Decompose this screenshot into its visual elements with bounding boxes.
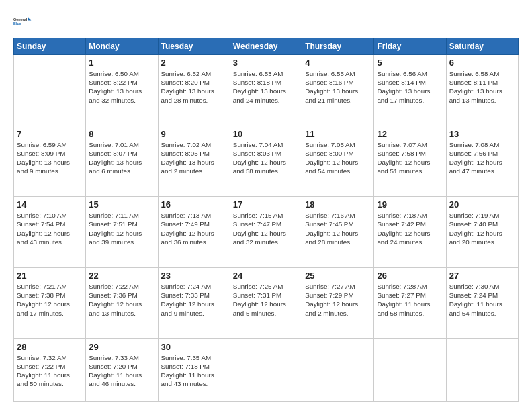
day-number: 22: [89, 271, 154, 281]
day-number: 26: [377, 271, 443, 281]
cell-info: Sunrise: 7:33 AMSunset: 7:20 PMDaylight:…: [89, 353, 154, 389]
cell-info: Sunrise: 7:08 AMSunset: 7:56 PMDaylight:…: [449, 140, 515, 176]
day-number: 20: [449, 199, 515, 210]
calendar-cell: [446, 338, 518, 402]
day-number: 28: [17, 342, 83, 352]
day-number: 14: [17, 199, 83, 210]
calendar-cell: 17Sunrise: 7:15 AMSunset: 7:47 PMDayligh…: [230, 197, 302, 268]
cell-info: Sunrise: 7:02 AMSunset: 8:05 PMDaylight:…: [161, 140, 227, 176]
calendar-cell: 29Sunrise: 7:33 AMSunset: 7:20 PMDayligh…: [86, 338, 158, 402]
day-number: 2: [161, 58, 227, 68]
day-number: 21: [17, 271, 83, 281]
calendar-cell: 6Sunrise: 6:58 AMSunset: 8:11 PMDaylight…: [446, 55, 518, 126]
calendar-cell: 12Sunrise: 7:07 AMSunset: 7:58 PMDayligh…: [374, 126, 446, 197]
calendar-cell: 26Sunrise: 7:28 AMSunset: 7:27 PMDayligh…: [374, 267, 446, 338]
svg-text:Blue: Blue: [13, 21, 21, 26]
calendar-cell: 4Sunrise: 6:55 AMSunset: 8:16 PMDaylight…: [302, 55, 374, 126]
calendar-cell: 20Sunrise: 7:19 AMSunset: 7:40 PMDayligh…: [446, 197, 518, 268]
calendar-cell: 2Sunrise: 6:52 AMSunset: 8:20 PMDaylight…: [158, 55, 230, 126]
cell-info: Sunrise: 7:19 AMSunset: 7:40 PMDaylight:…: [449, 211, 515, 246]
day-number: 19: [377, 199, 443, 210]
calendar-cell: 25Sunrise: 7:27 AMSunset: 7:29 PMDayligh…: [302, 267, 374, 338]
calendar-cell: 13Sunrise: 7:08 AMSunset: 7:56 PMDayligh…: [446, 126, 518, 197]
cell-info: Sunrise: 7:21 AMSunset: 7:38 PMDaylight:…: [17, 282, 83, 318]
day-number: 8: [89, 129, 154, 139]
week-row-2: 7Sunrise: 6:59 AMSunset: 8:09 PMDaylight…: [14, 126, 519, 197]
day-number: 25: [305, 271, 371, 281]
calendar-cell: [374, 338, 446, 402]
cell-info: Sunrise: 6:58 AMSunset: 8:11 PMDaylight:…: [449, 69, 515, 105]
day-number: 11: [305, 129, 371, 139]
cell-info: Sunrise: 6:53 AMSunset: 8:18 PMDaylight:…: [233, 69, 299, 105]
cell-info: Sunrise: 7:07 AMSunset: 7:58 PMDaylight:…: [377, 140, 443, 176]
week-row-5: 28Sunrise: 7:32 AMSunset: 7:22 PMDayligh…: [14, 338, 519, 402]
cell-info: Sunrise: 6:56 AMSunset: 8:14 PMDaylight:…: [377, 69, 443, 105]
day-number: 10: [233, 129, 299, 139]
day-number: 15: [89, 199, 154, 210]
cell-info: Sunrise: 7:22 AMSunset: 7:36 PMDaylight:…: [89, 282, 154, 318]
svg-text:General: General: [13, 17, 28, 21]
calendar-cell: 23Sunrise: 7:24 AMSunset: 7:33 PMDayligh…: [158, 267, 230, 338]
calendar-cell: 30Sunrise: 7:35 AMSunset: 7:18 PMDayligh…: [158, 338, 230, 402]
day-number: 4: [305, 58, 371, 68]
calendar-table: SundayMondayTuesdayWednesdayThursdayFrid…: [13, 38, 519, 402]
day-number: 16: [161, 199, 227, 210]
cell-info: Sunrise: 7:30 AMSunset: 7:24 PMDaylight:…: [449, 282, 515, 318]
cell-info: Sunrise: 7:01 AMSunset: 8:07 PMDaylight:…: [89, 140, 154, 176]
cell-info: Sunrise: 7:32 AMSunset: 7:22 PMDaylight:…: [17, 353, 83, 389]
day-number: 1: [89, 58, 154, 68]
week-row-1: 1Sunrise: 6:50 AMSunset: 8:22 PMDaylight…: [14, 55, 519, 126]
cell-info: Sunrise: 7:04 AMSunset: 8:03 PMDaylight:…: [233, 140, 299, 176]
calendar-cell: 18Sunrise: 7:16 AMSunset: 7:45 PMDayligh…: [302, 197, 374, 268]
weekday-header-sunday: Sunday: [14, 38, 86, 55]
cell-info: Sunrise: 7:10 AMSunset: 7:54 PMDaylight:…: [17, 211, 83, 246]
cell-info: Sunrise: 7:05 AMSunset: 8:00 PMDaylight:…: [305, 140, 371, 176]
calendar-cell: 22Sunrise: 7:22 AMSunset: 7:36 PMDayligh…: [86, 267, 158, 338]
logo: GeneralBlue: [13, 12, 32, 31]
day-number: 24: [233, 271, 299, 281]
week-row-4: 21Sunrise: 7:21 AMSunset: 7:38 PMDayligh…: [14, 267, 519, 338]
cell-info: Sunrise: 7:35 AMSunset: 7:18 PMDaylight:…: [161, 353, 227, 389]
weekday-header-tuesday: Tuesday: [158, 38, 230, 55]
calendar-cell: 1Sunrise: 6:50 AMSunset: 8:22 PMDaylight…: [86, 55, 158, 126]
calendar-cell: 27Sunrise: 7:30 AMSunset: 7:24 PMDayligh…: [446, 267, 518, 338]
day-number: 13: [449, 129, 515, 139]
cell-info: Sunrise: 6:59 AMSunset: 8:09 PMDaylight:…: [17, 140, 83, 176]
cell-info: Sunrise: 6:55 AMSunset: 8:16 PMDaylight:…: [305, 69, 371, 105]
cell-info: Sunrise: 6:50 AMSunset: 8:22 PMDaylight:…: [89, 69, 154, 105]
page-header: GeneralBlue: [13, 12, 519, 31]
day-number: 9: [161, 129, 227, 139]
cell-info: Sunrise: 6:52 AMSunset: 8:20 PMDaylight:…: [161, 69, 227, 105]
calendar-cell: 24Sunrise: 7:25 AMSunset: 7:31 PMDayligh…: [230, 267, 302, 338]
cell-info: Sunrise: 7:25 AMSunset: 7:31 PMDaylight:…: [233, 282, 299, 318]
day-number: 23: [161, 271, 227, 281]
calendar-cell: 9Sunrise: 7:02 AMSunset: 8:05 PMDaylight…: [158, 126, 230, 197]
weekday-header-row: SundayMondayTuesdayWednesdayThursdayFrid…: [14, 38, 519, 55]
calendar-cell: 5Sunrise: 6:56 AMSunset: 8:14 PMDaylight…: [374, 55, 446, 126]
day-number: 12: [377, 129, 443, 139]
day-number: 6: [449, 58, 515, 68]
day-number: 17: [233, 199, 299, 210]
weekday-header-thursday: Thursday: [302, 38, 374, 55]
svg-marker-2: [28, 17, 31, 21]
calendar-cell: [302, 338, 374, 402]
day-number: 18: [305, 199, 371, 210]
calendar-cell: 10Sunrise: 7:04 AMSunset: 8:03 PMDayligh…: [230, 126, 302, 197]
day-number: 27: [449, 271, 515, 281]
calendar-cell: 7Sunrise: 6:59 AMSunset: 8:09 PMDaylight…: [14, 126, 86, 197]
cell-info: Sunrise: 7:27 AMSunset: 7:29 PMDaylight:…: [305, 282, 371, 318]
weekday-header-monday: Monday: [86, 38, 158, 55]
cell-info: Sunrise: 7:15 AMSunset: 7:47 PMDaylight:…: [233, 211, 299, 246]
calendar-cell: 8Sunrise: 7:01 AMSunset: 8:07 PMDaylight…: [86, 126, 158, 197]
day-number: 5: [377, 58, 443, 68]
calendar-cell: 3Sunrise: 6:53 AMSunset: 8:18 PMDaylight…: [230, 55, 302, 126]
logo-icon: GeneralBlue: [13, 12, 32, 31]
cell-info: Sunrise: 7:11 AMSunset: 7:51 PMDaylight:…: [89, 211, 154, 246]
calendar-cell: [14, 55, 86, 126]
calendar-cell: 11Sunrise: 7:05 AMSunset: 8:00 PMDayligh…: [302, 126, 374, 197]
calendar-cell: [230, 338, 302, 402]
weekday-header-friday: Friday: [374, 38, 446, 55]
day-number: 29: [89, 342, 154, 352]
cell-info: Sunrise: 7:16 AMSunset: 7:45 PMDaylight:…: [305, 211, 371, 246]
weekday-header-wednesday: Wednesday: [230, 38, 302, 55]
